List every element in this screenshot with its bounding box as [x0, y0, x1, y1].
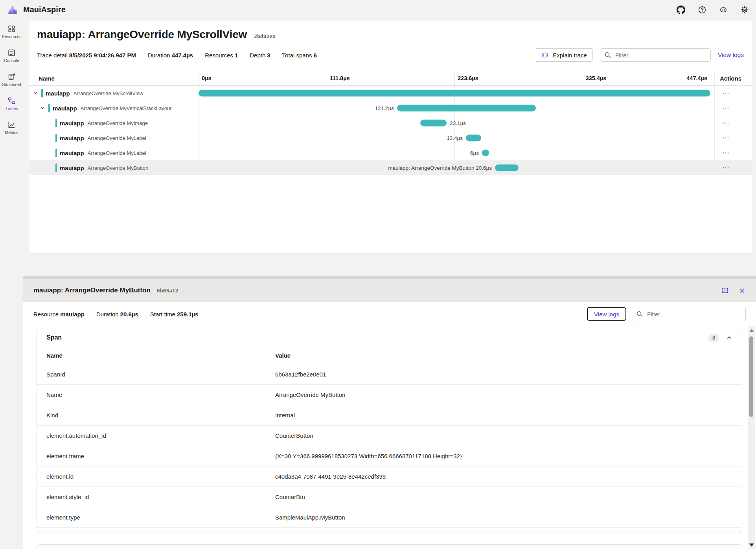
chevron-down-icon[interactable] — [39, 105, 46, 111]
help-button[interactable] — [698, 6, 706, 14]
explain-trace-label: Explain trace — [553, 52, 587, 59]
trace-toolbar-right: Explain trace View logs — [535, 48, 744, 62]
trace-code: 2bd82ea — [254, 33, 276, 39]
span-row-timeline: 23.1µs — [199, 116, 710, 130]
resources-grid-icon — [7, 25, 16, 33]
chevron-up-icon — [726, 334, 732, 341]
span-color-marker — [55, 134, 57, 142]
span-filter-input[interactable] — [646, 310, 741, 318]
search-icon — [636, 310, 643, 318]
ellipsis-icon: ⋯ — [722, 149, 730, 157]
span-duration-bar[interactable]: 121.2µs — [397, 105, 536, 112]
span-resource: mauiapp — [60, 165, 84, 171]
span-details-header: mauiapp: ArrangeOverride MyButton 6b63a1… — [23, 279, 756, 302]
scrollbar-thumb[interactable] — [749, 336, 753, 417]
span-duration-label: mauiapp: ArrangeOverride MyButton 20.6µs — [388, 165, 492, 171]
span-actions-button[interactable]: ⋯ — [720, 150, 732, 156]
span-actions-button[interactable]: ⋯ — [720, 120, 732, 126]
span-duration-label: 13.4µs — [447, 135, 463, 141]
span-row[interactable]: mauiappArrangeOverride MyButtonmauiapp: … — [29, 160, 752, 175]
span-resource: mauiapp — [46, 90, 70, 97]
indent-spacer — [46, 150, 53, 156]
span-operation: ArrangeOverride MyVerticalStackLayout — [81, 105, 171, 111]
span-color-marker — [48, 104, 50, 112]
span-attributes-card: Span 8 Name Value SpanId6b63a12fbe2e0e01… — [37, 328, 742, 532]
topbar-actions — [677, 6, 749, 14]
open-side-panel-button[interactable] — [721, 286, 729, 294]
span-toolbar-right: View logs — [587, 307, 746, 321]
span-duration-label: 6µs — [470, 150, 479, 156]
span-row[interactable]: mauiappArrangeOverride MyVerticalStackLa… — [29, 101, 752, 116]
span-duration-bar[interactable]: 13.4µs — [466, 135, 481, 141]
span-section-title: Span — [46, 334, 62, 341]
scroll-up-arrow-icon[interactable] — [750, 329, 754, 332]
span-actions-button[interactable]: ⋯ — [720, 90, 732, 96]
sidebar-item-console[interactable]: Console — [0, 49, 23, 63]
span-color-marker — [55, 149, 57, 157]
collapse-span-section-button[interactable] — [726, 334, 732, 341]
copilot-icon — [719, 6, 728, 14]
span-code: 6b63a12 — [157, 288, 178, 294]
span-details-title: mauiapp: ArrangeOverride MyButton — [33, 286, 151, 294]
app-title: MauiAspire — [23, 5, 66, 14]
attribute-value: 6b63a12fbe2e0e01 — [266, 364, 742, 385]
sidebar-item-label: Resources — [2, 34, 21, 39]
span-row-timeline: 121.2µs — [199, 101, 710, 116]
span-row-timeline: 13.4µs — [199, 130, 710, 145]
span-resource: mauiapp — [60, 135, 84, 141]
attribute-value: {X=30 Y=366.99999618530273 Width=656.666… — [266, 446, 742, 466]
attribute-row: element.automation_idCounterButton — [37, 426, 742, 446]
span-attributes-body: SpanId6b63a12fbe2e0e01NameArrangeOverrid… — [37, 364, 742, 528]
span-duration-label: 23.1µs — [450, 120, 466, 126]
trace-view-logs-link[interactable]: View logs — [718, 51, 744, 59]
github-button[interactable] — [677, 6, 685, 14]
span-row-name: mauiappArrangeOverride MyButton — [29, 160, 199, 175]
sidebar-item-metrics[interactable]: Metrics — [0, 121, 23, 135]
attribute-row: NameArrangeOverride MyButton — [37, 385, 742, 405]
span-duration-bar[interactable]: 23.1µs — [420, 120, 447, 127]
trace-filter-input[interactable] — [614, 51, 706, 59]
settings-gear-icon — [740, 6, 749, 14]
chevron-down-icon[interactable] — [32, 90, 39, 96]
structured-logs-icon — [7, 73, 16, 81]
copilot-button[interactable] — [719, 6, 728, 14]
traces-icon — [7, 97, 16, 105]
indent-spacer — [46, 165, 53, 171]
close-details-button[interactable] — [738, 286, 746, 294]
panel-resize-handle[interactable] — [23, 276, 756, 279]
close-icon — [738, 286, 746, 294]
settings-gear-button[interactable] — [740, 6, 749, 14]
meta-item: Duration447.4µs — [148, 52, 193, 59]
span-actions-button[interactable]: ⋯ — [720, 135, 732, 141]
span-row-actions: ⋯ — [714, 116, 732, 130]
scroll-down-arrow-icon[interactable] — [749, 543, 754, 547]
span-row[interactable]: mauiappArrangeOverride MyLabel6µs⋯ — [29, 145, 752, 160]
span-duration-bar[interactable]: 6µs — [482, 150, 489, 156]
sidebar-item-traces[interactable]: Traces — [0, 97, 23, 111]
span-duration-bar[interactable] — [199, 90, 710, 97]
span-row[interactable]: mauiappArrangeOverride MyScrollView⋯ — [29, 86, 752, 101]
span-row-timeline: mauiapp: ArrangeOverride MyButton 20.6µs — [199, 160, 710, 175]
span-actions-button[interactable]: ⋯ — [720, 105, 732, 111]
span-operation: ArrangeOverride MyLabel — [88, 150, 146, 156]
span-attribute-count-badge: 8 — [708, 334, 719, 342]
span-view-logs-button[interactable]: View logs — [587, 307, 626, 321]
span-row[interactable]: mauiappArrangeOverride MyLabel13.4µs⋯ — [29, 130, 752, 145]
ellipsis-icon: ⋯ — [722, 89, 730, 97]
trace-waterfall: Name 0µs111.8µs223.6µs335.4µs447.4µs Act… — [29, 71, 752, 175]
meta-item: Duration20.6µs — [96, 311, 138, 318]
span-meta: ResourcemauiappDuration20.6µsStart time2… — [33, 311, 199, 318]
time-axis-tick: 223.6µs — [458, 75, 478, 81]
span-row[interactable]: mauiappArrangeOverride MyImage23.1µs⋯ — [29, 116, 752, 130]
span-section-header[interactable]: Span 8 — [37, 328, 742, 347]
details-scrollbar[interactable] — [748, 326, 755, 549]
span-duration-bar[interactable]: mauiapp: ArrangeOverride MyButton 20.6µs — [495, 165, 519, 171]
explain-trace-button[interactable]: Explain trace — [535, 48, 593, 62]
time-axis-tick: 447.4µs — [686, 75, 707, 81]
attribute-name: element.style_id — [37, 487, 266, 507]
sidebar-item-resources[interactable]: Resources — [0, 25, 23, 39]
sidebar-item-structured[interactable]: Structured — [0, 73, 23, 87]
waterfall-actions-header: Actions — [720, 75, 741, 81]
span-actions-button[interactable]: ⋯ — [720, 165, 732, 171]
span-row-timeline: 6µs — [199, 145, 710, 160]
